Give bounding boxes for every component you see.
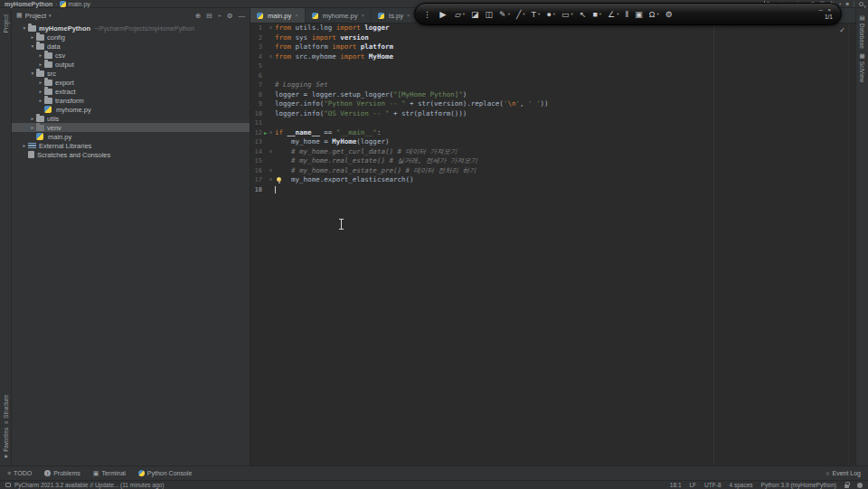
stop-button[interactable]: ■ <box>845 1 849 6</box>
tab-ts-py[interactable]: ts.py× <box>372 8 417 23</box>
collapse-all-button[interactable]: ⊟ <box>206 12 212 20</box>
pen-tool[interactable]: ✎▾ <box>499 10 510 19</box>
settings-button[interactable]: ⚙ <box>227 12 233 20</box>
tree-item-myhomepython[interactable]: ▾myHomePython~/PycharmProjects/myHomePyt… <box>12 24 250 33</box>
search-everywhere-icon[interactable] <box>859 2 863 6</box>
chevron-down-icon[interactable]: ▾ <box>21 25 28 31</box>
chevron-right-icon[interactable]: ▸ <box>37 80 44 85</box>
shape-tool[interactable]: ●▾ <box>546 10 555 19</box>
event-log-button[interactable]: ○ Event Log <box>826 470 861 476</box>
marker-tool[interactable]: ╱▾ <box>516 10 525 19</box>
tree-item-config[interactable]: ▸config <box>12 33 250 42</box>
python-console-button[interactable]: Python Console <box>138 470 192 477</box>
chevron-right-icon[interactable]: ▸ <box>37 61 44 67</box>
stamp-tool[interactable]: ◪ <box>471 10 479 19</box>
breadcrumb-project[interactable]: myHomePython <box>5 1 52 7</box>
code-text: from utils.log import logger <box>275 24 389 33</box>
chevron-down-icon[interactable]: ▾ <box>49 13 52 18</box>
tree-item-csv[interactable]: ▸csv <box>12 51 250 60</box>
overlay-close-button[interactable]: × <box>827 7 833 13</box>
tab-myhome-py[interactable]: myhome.py× <box>306 8 372 23</box>
spray-tool[interactable]: ◫ <box>486 10 494 19</box>
chevron-right-icon[interactable]: ▸ <box>21 143 28 148</box>
pointer-tool[interactable]: ↖ <box>580 10 587 19</box>
locate-button[interactable]: ⊕ <box>195 12 201 20</box>
text-tool[interactable]: T▾ <box>532 10 541 19</box>
tree-item-extract[interactable]: ▸extract <box>12 87 250 96</box>
eraser-tool[interactable]: ▭▾ <box>561 10 573 19</box>
expand-button[interactable]: ÷ <box>218 12 222 20</box>
close-icon[interactable]: × <box>362 13 365 18</box>
rectangle-tool[interactable]: ■▾ <box>592 10 601 19</box>
project-panel-title[interactable]: Project <box>25 12 46 20</box>
tool-stripe-database[interactable]: ▤Database <box>859 13 866 51</box>
fold-marker-icon[interactable] <box>269 150 272 153</box>
fold-marker-icon[interactable] <box>269 169 272 172</box>
status-item[interactable]: LF <box>690 482 697 488</box>
tree-item-data[interactable]: ▾data <box>12 42 250 51</box>
tree-item-utils[interactable]: ▸utils <box>12 114 250 123</box>
chevron-right-icon[interactable]: ▸ <box>37 52 44 58</box>
code-editor[interactable]: 1from utils.log import logger2from sys i… <box>250 24 855 465</box>
status-item[interactable]: UTF-8 <box>704 482 721 488</box>
tree-item-transform[interactable]: ▸transform <box>12 96 250 105</box>
chevron-right-icon[interactable]: ▸ <box>37 89 44 94</box>
code-token: # my_home.real_estate() # 실거래, 전세가 가져오기 <box>275 156 477 165</box>
chevron-right-icon[interactable]: ▸ <box>37 98 44 103</box>
cursor-tool[interactable]: ► <box>438 8 448 21</box>
close-icon[interactable]: × <box>295 13 298 18</box>
tree-item-label: export <box>55 79 74 87</box>
status-item[interactable]: Python 3.9 (myHomePython) <box>761 482 836 488</box>
pause-button[interactable]: ‖ <box>625 10 628 19</box>
text-caret <box>275 186 276 193</box>
chevron-right-icon[interactable]: ▸ <box>29 125 36 130</box>
fold-marker-icon[interactable] <box>269 26 272 29</box>
overlay-minimize-button[interactable]: ─ <box>819 7 825 13</box>
tool-stripe-favorites[interactable]: ★ Favorites <box>3 426 9 462</box>
terminal-button[interactable]: ▣Terminal <box>93 470 126 477</box>
fold-marker-icon[interactable] <box>269 55 272 58</box>
board-button[interactable]: ▣ <box>635 10 643 19</box>
hide-button[interactable]: — <box>239 12 246 20</box>
lock-icon[interactable] <box>844 484 849 488</box>
fold-marker-icon[interactable] <box>269 131 272 134</box>
inspection-ok-icon[interactable]: ✓ <box>839 26 845 34</box>
fold-marker-icon[interactable] <box>269 178 272 181</box>
status-message[interactable]: PyCharm 2021.3.2 available // Update... … <box>5 482 164 488</box>
editor-scrollbar[interactable] <box>848 24 855 465</box>
highlighting-level-icon[interactable] <box>857 483 863 488</box>
tab-main-py[interactable]: main.py× <box>250 8 306 23</box>
problems-button[interactable]: !Problems <box>44 470 80 477</box>
breadcrumb-file[interactable]: main.py <box>68 1 90 7</box>
stamp-tool-glyph: ◪ <box>471 10 479 19</box>
toolbar-settings-button[interactable]: ⚙ <box>665 10 673 19</box>
tree-item-src[interactable]: ▾src <box>12 69 250 78</box>
chevron-right-icon[interactable]: ▸ <box>29 34 36 40</box>
tool-stripe-project[interactable]: Project <box>3 13 9 34</box>
capture-tool[interactable]: ▱▾ <box>455 10 465 19</box>
tree-item-main-py[interactable]: main.py <box>12 132 250 141</box>
tree-item-scratches-and-consoles[interactable]: Scratches and Consoles <box>12 150 250 159</box>
todo-button[interactable]: ≡TODO <box>7 470 32 477</box>
webcam-button[interactable]: Ω▾ <box>649 10 659 19</box>
tree-item-export[interactable]: ▸export <box>12 78 250 87</box>
tree-item-myhome-py[interactable]: myhome.py <box>12 105 250 114</box>
rerun-caret-icon[interactable]: ▾ <box>839 2 841 6</box>
tree-item-venv[interactable]: ▸venv <box>12 123 250 132</box>
tool-stripe-sciview[interactable]: ▦SciView <box>859 51 866 84</box>
chevron-right-icon[interactable]: ▸ <box>29 116 36 121</box>
drag-handle[interactable]: ⋮ <box>423 10 431 19</box>
run-arrow-icon[interactable]: ▶ <box>264 128 267 138</box>
chevron-down-icon[interactable]: ▾ <box>29 71 36 76</box>
status-item[interactable]: 18:1 <box>670 482 682 488</box>
annotation-toolbar[interactable]: ⋮►▱▾◪◫✎▾╱▾T▾●▾▭▾↖■▾∠▾‖▣Ω▾⚙ ─ × 1/1 <box>414 3 842 25</box>
chevron-down-icon[interactable]: ▾ <box>29 43 36 49</box>
close-icon[interactable]: × <box>407 13 410 18</box>
tool-window-switcher-icon[interactable] <box>5 483 11 487</box>
tree-item-external-libraries[interactable]: ▸External Libraries <box>12 141 250 150</box>
status-item[interactable]: 4 spaces <box>730 482 753 488</box>
line-tool[interactable]: ∠▾ <box>608 10 618 19</box>
update-message[interactable]: PyCharm 2021.3.2 available // Update... … <box>14 482 164 488</box>
tree-item-output[interactable]: ▸output <box>12 60 250 69</box>
tool-stripe-structure[interactable]: ≡ Structure <box>3 393 9 426</box>
